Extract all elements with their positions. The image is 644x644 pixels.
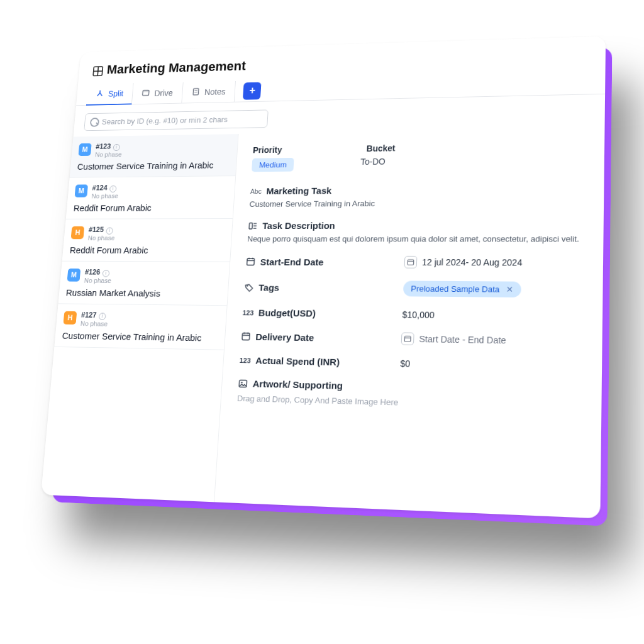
tag-icon (244, 282, 254, 292)
marketing-task-value: Customer Service Training in Arabic (249, 197, 587, 208)
item-phase: No phase (95, 151, 122, 158)
item-phase: No phase (80, 320, 108, 328)
task-list: M#123iNo phaseCustomer Service Training … (41, 134, 238, 502)
list-item[interactable]: M#123iNo phaseCustomer Service Training … (70, 134, 238, 178)
start-end-date-value: 12 jul 2024- 20 Aug 2024 (422, 257, 523, 268)
item-phase: No phase (91, 192, 118, 199)
number-type-icon: 123 (240, 357, 252, 364)
avatar: H (63, 311, 77, 325)
page-title: Marketing Management (106, 58, 247, 77)
calendar-small-icon[interactable] (404, 256, 418, 269)
tab-notes[interactable]: Notes (182, 80, 236, 103)
item-phase: No phase (84, 277, 111, 284)
app-card: Marketing Management Split Drive Notes (41, 36, 606, 519)
actual-spend-value: $0 (400, 358, 410, 369)
svg-rect-16 (408, 260, 414, 265)
item-title: Reddit Forum Arabic (69, 245, 223, 256)
split-icon (96, 89, 105, 99)
svg-point-18 (247, 285, 248, 286)
bucket-label: Bucket (366, 143, 395, 153)
description-value: Neque porro quisquam est qui dolorem ips… (247, 234, 586, 243)
text-type-icon: Abc (250, 187, 262, 194)
search-input[interactable]: Search by ID (e.g. #10) or min 2 chars (84, 109, 269, 131)
description-icon (248, 221, 258, 230)
svg-rect-4 (143, 90, 149, 92)
number-type-icon: 123 (242, 309, 253, 316)
info-icon[interactable]: i (102, 270, 109, 277)
item-title: Customer Service Training in Arabic (77, 160, 230, 171)
description-label: Task Description (262, 220, 335, 231)
list-item[interactable]: M#126iNo phaseRussian Market Analysis (58, 262, 230, 306)
add-button[interactable]: + (243, 82, 262, 99)
tags-label: Tags (258, 282, 280, 293)
calendar-icon (241, 331, 251, 341)
start-end-date-label: Start-End Date (260, 257, 324, 267)
actual-spend-label: Actual Spend (INR) (255, 355, 340, 368)
calendar-icon (245, 257, 255, 266)
marketing-task-label: Marketing Task (266, 186, 332, 196)
image-icon (238, 378, 248, 388)
item-phase: No phase (87, 235, 115, 242)
svg-point-26 (241, 381, 242, 382)
item-id: #124 (92, 184, 108, 192)
budget-label: Budget(USD) (258, 308, 316, 319)
priority-label: Priority (253, 145, 282, 155)
item-id: #123 (96, 142, 111, 150)
priority-badge[interactable]: Medium (252, 158, 294, 172)
artwork-label: Artwork/ Supporting (252, 378, 343, 391)
delivery-date-value: Start Date - End Date (419, 334, 506, 345)
svg-rect-19 (242, 333, 250, 340)
info-icon[interactable]: i (113, 144, 120, 151)
list-item[interactable]: H#127iNo phaseCustomer Service Training … (54, 304, 226, 350)
avatar: M (78, 143, 91, 156)
budget-value: $10,000 (402, 309, 435, 320)
avatar: M (75, 184, 88, 197)
tag-pill[interactable]: Preloaded Sample Data ✕ (403, 280, 521, 297)
svg-rect-23 (404, 336, 411, 342)
item-title: Russian Market Analysis (65, 287, 221, 299)
grid-icon (92, 65, 102, 75)
item-id: #125 (88, 226, 104, 234)
tab-split[interactable]: Split (86, 83, 134, 106)
info-icon[interactable]: i (106, 228, 113, 235)
bucket-value: To-DO (360, 157, 386, 170)
list-item[interactable]: H#125iNo phaseReddit Forum Arabic (62, 219, 233, 262)
calendar-small-icon[interactable] (401, 332, 414, 345)
item-title: Customer Service Training in Arabic (62, 330, 218, 343)
item-id: #127 (80, 311, 97, 319)
notes-icon (191, 87, 201, 97)
item-id: #126 (84, 268, 100, 276)
drive-icon (142, 89, 152, 98)
delivery-date-label: Delivery Date (255, 331, 314, 342)
svg-rect-8 (249, 223, 252, 229)
task-detail: Priority Bucket Medium To-DO Abc Marketi… (214, 128, 604, 518)
svg-rect-12 (247, 258, 254, 265)
remove-tag-icon[interactable]: ✕ (506, 285, 514, 294)
info-icon[interactable]: i (98, 313, 106, 321)
list-item[interactable]: M#124iNo phaseReddit Forum Arabic (66, 176, 236, 219)
item-title: Reddit Forum Arabic (73, 203, 226, 213)
info-icon[interactable]: i (109, 186, 117, 192)
tab-drive[interactable]: Drive (132, 82, 184, 104)
avatar: H (71, 226, 85, 239)
drop-zone[interactable]: Drag and Drop, Copy And Paste Image Here (237, 394, 584, 413)
avatar: M (67, 269, 81, 282)
